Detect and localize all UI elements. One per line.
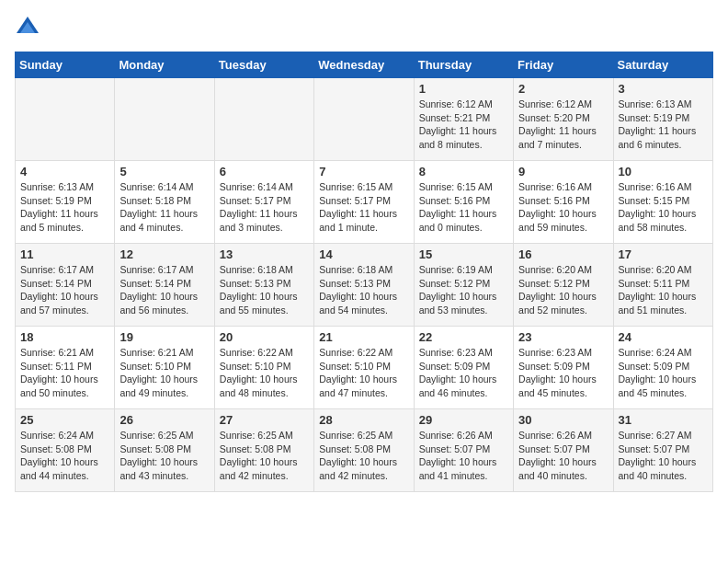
calendar-day-21: 21Sunrise: 6:22 AM Sunset: 5:10 PM Dayli… [314,327,414,409]
calendar-day-27: 27Sunrise: 6:25 AM Sunset: 5:08 PM Dayli… [214,409,313,492]
day-number: 22 [419,330,508,344]
calendar-day-24: 24Sunrise: 6:24 AM Sunset: 5:09 PM Dayli… [613,327,712,409]
day-info: Sunrise: 6:26 AM Sunset: 5:07 PM Dayligh… [518,429,608,483]
day-info: Sunrise: 6:15 AM Sunset: 5:16 PM Dayligh… [419,180,508,235]
day-info: Sunrise: 6:16 AM Sunset: 5:15 PM Dayligh… [619,180,708,235]
logo-icon [15,15,40,40]
calendar-day-23: 23Sunrise: 6:23 AM Sunset: 5:09 PM Dayli… [514,327,613,409]
day-number: 5 [119,165,209,178]
calendar-empty-cell [314,78,414,161]
day-info: Sunrise: 6:20 AM Sunset: 5:12 PM Dayligh… [518,263,608,317]
weekday-header-friday: Friday [514,52,613,78]
day-info: Sunrise: 6:12 AM Sunset: 5:21 PM Dayligh… [419,98,508,152]
calendar-day-30: 30Sunrise: 6:26 AM Sunset: 5:07 PM Dayli… [514,409,613,492]
day-number: 13 [220,247,309,261]
day-number: 3 [619,82,708,96]
day-number: 10 [619,165,708,178]
calendar-day-3: 3Sunrise: 6:13 AM Sunset: 5:19 PM Daylig… [613,78,712,161]
day-info: Sunrise: 6:21 AM Sunset: 5:11 PM Dayligh… [20,346,109,400]
day-number: 9 [518,165,608,178]
day-number: 27 [220,413,309,427]
calendar-day-4: 4Sunrise: 6:13 AM Sunset: 5:19 PM Daylig… [16,161,115,244]
page-header [15,15,713,40]
day-number: 16 [518,247,608,261]
day-info: Sunrise: 6:16 AM Sunset: 5:16 PM Dayligh… [518,180,608,235]
day-info: Sunrise: 6:25 AM Sunset: 5:08 PM Dayligh… [119,429,209,483]
day-number: 21 [319,330,408,344]
calendar-week-row: 18Sunrise: 6:21 AM Sunset: 5:11 PM Dayli… [16,327,713,409]
day-info: Sunrise: 6:22 AM Sunset: 5:10 PM Dayligh… [319,346,408,400]
day-number: 4 [20,165,109,178]
day-number: 8 [419,165,508,178]
weekday-header-saturday: Saturday [613,52,712,78]
day-number: 11 [20,247,109,261]
day-number: 18 [20,330,109,344]
day-number: 15 [419,247,508,261]
calendar-day-15: 15Sunrise: 6:19 AM Sunset: 5:12 PM Dayli… [414,244,513,327]
weekday-header-thursday: Thursday [414,52,513,78]
calendar-empty-cell [16,78,115,161]
day-info: Sunrise: 6:13 AM Sunset: 5:19 PM Dayligh… [619,98,708,152]
day-number: 7 [319,165,408,178]
logo [15,15,44,40]
calendar-day-9: 9Sunrise: 6:16 AM Sunset: 5:16 PM Daylig… [514,161,613,244]
calendar-day-7: 7Sunrise: 6:15 AM Sunset: 5:17 PM Daylig… [314,161,414,244]
calendar-week-row: 1Sunrise: 6:12 AM Sunset: 5:21 PM Daylig… [16,78,713,161]
day-info: Sunrise: 6:25 AM Sunset: 5:08 PM Dayligh… [319,429,408,483]
day-number: 19 [119,330,209,344]
calendar-day-29: 29Sunrise: 6:26 AM Sunset: 5:07 PM Dayli… [414,409,513,492]
weekday-header-sunday: Sunday [16,52,115,78]
day-number: 17 [619,247,708,261]
day-info: Sunrise: 6:13 AM Sunset: 5:19 PM Dayligh… [20,180,109,235]
calendar-day-10: 10Sunrise: 6:16 AM Sunset: 5:15 PM Dayli… [613,161,712,244]
weekday-header-row: SundayMondayTuesdayWednesdayThursdayFrid… [16,52,713,78]
day-info: Sunrise: 6:22 AM Sunset: 5:10 PM Dayligh… [220,346,309,400]
calendar-day-31: 31Sunrise: 6:27 AM Sunset: 5:07 PM Dayli… [613,409,712,492]
day-info: Sunrise: 6:15 AM Sunset: 5:17 PM Dayligh… [319,180,408,235]
day-info: Sunrise: 6:18 AM Sunset: 5:13 PM Dayligh… [220,263,309,317]
day-info: Sunrise: 6:24 AM Sunset: 5:09 PM Dayligh… [619,346,708,400]
day-number: 1 [419,82,508,96]
calendar-day-18: 18Sunrise: 6:21 AM Sunset: 5:11 PM Dayli… [16,327,115,409]
day-info: Sunrise: 6:20 AM Sunset: 5:11 PM Dayligh… [619,263,708,317]
day-number: 24 [619,330,708,344]
day-number: 6 [220,165,309,178]
calendar-week-row: 11Sunrise: 6:17 AM Sunset: 5:14 PM Dayli… [16,244,713,327]
day-info: Sunrise: 6:17 AM Sunset: 5:14 PM Dayligh… [119,263,209,317]
weekday-header-tuesday: Tuesday [214,52,313,78]
calendar-day-25: 25Sunrise: 6:24 AM Sunset: 5:08 PM Dayli… [16,409,115,492]
calendar-day-11: 11Sunrise: 6:17 AM Sunset: 5:14 PM Dayli… [16,244,115,327]
day-info: Sunrise: 6:14 AM Sunset: 5:18 PM Dayligh… [119,180,209,235]
day-info: Sunrise: 6:26 AM Sunset: 5:07 PM Dayligh… [419,429,508,483]
day-number: 30 [518,413,608,427]
calendar-week-row: 4Sunrise: 6:13 AM Sunset: 5:19 PM Daylig… [16,161,713,244]
day-info: Sunrise: 6:25 AM Sunset: 5:08 PM Dayligh… [220,429,309,483]
day-info: Sunrise: 6:14 AM Sunset: 5:17 PM Dayligh… [220,180,309,235]
calendar-day-6: 6Sunrise: 6:14 AM Sunset: 5:17 PM Daylig… [214,161,313,244]
day-info: Sunrise: 6:19 AM Sunset: 5:12 PM Dayligh… [419,263,508,317]
day-number: 20 [220,330,309,344]
day-number: 12 [119,247,209,261]
day-info: Sunrise: 6:12 AM Sunset: 5:20 PM Dayligh… [518,98,608,152]
calendar-day-20: 20Sunrise: 6:22 AM Sunset: 5:10 PM Dayli… [214,327,313,409]
calendar-day-16: 16Sunrise: 6:20 AM Sunset: 5:12 PM Dayli… [514,244,613,327]
day-number: 23 [518,330,608,344]
calendar-empty-cell [115,78,214,161]
day-info: Sunrise: 6:24 AM Sunset: 5:08 PM Dayligh… [20,429,109,483]
weekday-header-wednesday: Wednesday [314,52,414,78]
day-info: Sunrise: 6:17 AM Sunset: 5:14 PM Dayligh… [20,263,109,317]
day-info: Sunrise: 6:23 AM Sunset: 5:09 PM Dayligh… [419,346,508,400]
calendar-week-row: 25Sunrise: 6:24 AM Sunset: 5:08 PM Dayli… [16,409,713,492]
weekday-header-monday: Monday [115,52,214,78]
calendar-day-13: 13Sunrise: 6:18 AM Sunset: 5:13 PM Dayli… [214,244,313,327]
calendar-table: SundayMondayTuesdayWednesdayThursdayFrid… [15,52,713,492]
day-info: Sunrise: 6:18 AM Sunset: 5:13 PM Dayligh… [319,263,408,317]
calendar-day-5: 5Sunrise: 6:14 AM Sunset: 5:18 PM Daylig… [115,161,214,244]
calendar-day-8: 8Sunrise: 6:15 AM Sunset: 5:16 PM Daylig… [414,161,513,244]
calendar-day-22: 22Sunrise: 6:23 AM Sunset: 5:09 PM Dayli… [414,327,513,409]
day-info: Sunrise: 6:27 AM Sunset: 5:07 PM Dayligh… [619,429,708,483]
calendar-day-19: 19Sunrise: 6:21 AM Sunset: 5:10 PM Dayli… [115,327,214,409]
calendar-day-12: 12Sunrise: 6:17 AM Sunset: 5:14 PM Dayli… [115,244,214,327]
day-number: 14 [319,247,408,261]
day-number: 2 [518,82,608,96]
